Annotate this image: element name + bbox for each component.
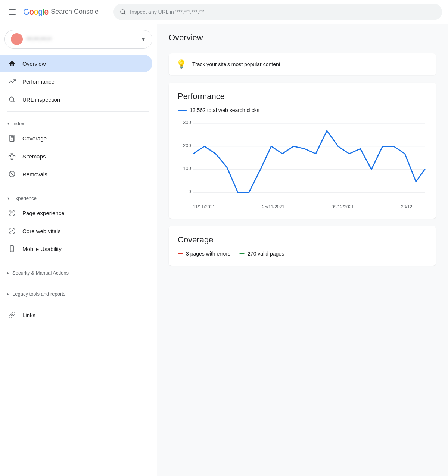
site-selector[interactable]: ***.***.***.** ▼ [4, 30, 152, 49]
main-content: Overview 💡 Track your site's most popula… [157, 24, 448, 476]
performance-card: Performance 13,562 total web search clic… [169, 83, 436, 219]
sidebar-item-coverage-label: Coverage [22, 135, 47, 142]
chart-svg: 300 200 100 0 [178, 119, 427, 201]
stat-red-indicator [178, 253, 183, 254]
sidebar-item-core-web-vitals-label: Core web vitals [22, 228, 61, 234]
sidebar-item-performance[interactable]: Performance [0, 72, 152, 90]
coverage-stat-valid: 270 valid pages [239, 251, 284, 257]
sidebar-item-sitemaps-label: Sitemaps [22, 153, 46, 160]
chart-x-labels: 11/11/2021 25/11/2021 09/12/2021 23/12 [178, 201, 427, 210]
chevron-icon-2: ▾ [7, 196, 9, 200]
performance-legend-text: 13,562 total web search clicks [190, 107, 259, 113]
x-label-4: 23/12 [401, 204, 412, 210]
home-icon [7, 59, 16, 68]
removals-icon [7, 170, 16, 179]
sidebar-item-page-experience-label: Page experience [22, 210, 65, 216]
svg-point-0 [121, 10, 125, 14]
sidebar: ***.***.***.** ▼ Overview Performance [0, 24, 157, 476]
google-wordmark: Google [23, 7, 49, 17]
main-layout: ***.***.***.** ▼ Overview Performance [0, 24, 448, 476]
svg-point-2 [9, 97, 14, 101]
security-section-header[interactable]: ▸ Security & Manual Actions [0, 264, 157, 279]
search-icon [119, 9, 126, 15]
cwv-icon [7, 226, 16, 235]
search-bar[interactable]: Inspect any URL in '***.***.***.**' [113, 4, 442, 20]
divider-5 [7, 303, 149, 303]
sidebar-item-overview[interactable]: Overview [0, 55, 152, 72]
svg-text:200: 200 [183, 143, 191, 148]
site-avatar [11, 33, 23, 45]
sidebar-item-page-experience[interactable]: Page experience [0, 204, 152, 222]
links-icon [7, 310, 16, 319]
x-label-3: 09/12/2021 [332, 204, 354, 210]
svg-line-18 [10, 172, 14, 176]
stat-green-indicator [239, 253, 245, 254]
svg-rect-11 [13, 155, 15, 157]
svg-line-15 [12, 155, 14, 156]
experience-section-label: Experience [12, 195, 37, 201]
svg-rect-12 [11, 158, 13, 159]
trending-up-icon [7, 77, 16, 86]
sidebar-item-url-inspection-label: URL inspection [22, 96, 60, 103]
track-banner: 💡 Track your site's most popular content [169, 53, 436, 75]
index-section-header[interactable]: ▾ Index [0, 115, 157, 129]
sidebar-item-links-label: Links [22, 312, 35, 318]
svg-line-14 [10, 155, 12, 156]
legend-line-blue [178, 110, 187, 111]
topbar-left: Google Search Console [6, 6, 99, 18]
bulb-icon: 💡 [176, 59, 186, 69]
sidebar-item-mobile-usability-label: Mobile Usability [22, 246, 62, 252]
sidebar-item-url-inspection[interactable]: URL inspection [0, 90, 152, 108]
divider-2 [7, 186, 149, 186]
svg-rect-10 [9, 155, 11, 157]
sidebar-item-links[interactable]: Links [0, 306, 152, 324]
sidebar-item-mobile-usability[interactable]: Mobile Usability [0, 240, 152, 258]
performance-legend: 13,562 total web search clicks [178, 107, 427, 113]
file-icon [7, 134, 16, 143]
svg-text:300: 300 [183, 120, 191, 125]
sitemap-icon [7, 152, 16, 161]
divider-4 [7, 282, 149, 282]
coverage-errors-label: 3 pages with errors [186, 251, 230, 257]
page-exp-icon [7, 208, 16, 217]
divider-1 [7, 111, 149, 112]
security-section-label: Security & Manual Actions [12, 270, 69, 276]
svg-text:0: 0 [188, 189, 191, 194]
track-banner-text: Track your site's most popular content [192, 61, 280, 67]
performance-card-title: Performance [178, 92, 427, 101]
sidebar-item-performance-label: Performance [22, 78, 55, 85]
sidebar-item-coverage[interactable]: Coverage [0, 129, 152, 147]
coverage-stats: 3 pages with errors 270 valid pages [178, 251, 427, 257]
chevron-icon-4: ▸ [7, 292, 9, 296]
search-console-label: Search Console [51, 8, 99, 16]
svg-point-19 [9, 210, 15, 216]
logo: Google Search Console [23, 7, 99, 17]
index-section-label: Index [12, 121, 24, 126]
svg-line-3 [13, 101, 15, 102]
svg-line-1 [124, 13, 125, 14]
topbar: Google Search Console Inspect any URL in… [0, 0, 448, 24]
sidebar-item-sitemaps[interactable]: Sitemaps [0, 147, 152, 165]
coverage-valid-label: 270 valid pages [248, 251, 284, 257]
chevron-down-icon: ▼ [141, 36, 146, 42]
experience-section-header[interactable]: ▾ Experience [0, 189, 157, 204]
divider-3 [7, 261, 149, 261]
content-inner: Overview 💡 Track your site's most popula… [157, 24, 448, 282]
sidebar-item-core-web-vitals[interactable]: Core web vitals [0, 222, 152, 240]
legacy-section-header[interactable]: ▸ Legacy tools and reports [0, 285, 157, 300]
coverage-stat-errors: 3 pages with errors [178, 251, 230, 257]
legacy-section-label: Legacy tools and reports [12, 291, 65, 297]
hamburger-menu[interactable] [6, 6, 19, 18]
search-small-icon [7, 95, 16, 104]
coverage-card: Coverage 3 pages with errors 270 valid p… [169, 226, 436, 266]
site-name: ***.***.***.** [27, 37, 137, 42]
sidebar-item-removals[interactable]: Removals [0, 165, 152, 183]
mobile-icon [7, 244, 16, 253]
chevron-icon: ▾ [7, 121, 9, 126]
search-placeholder: Inspect any URL in '***.***.***.**' [130, 9, 436, 15]
x-label-1: 11/11/2021 [193, 204, 215, 210]
svg-text:100: 100 [183, 166, 191, 171]
chevron-icon-3: ▸ [7, 271, 9, 275]
svg-rect-9 [11, 153, 13, 154]
x-label-2: 25/11/2021 [262, 204, 284, 210]
